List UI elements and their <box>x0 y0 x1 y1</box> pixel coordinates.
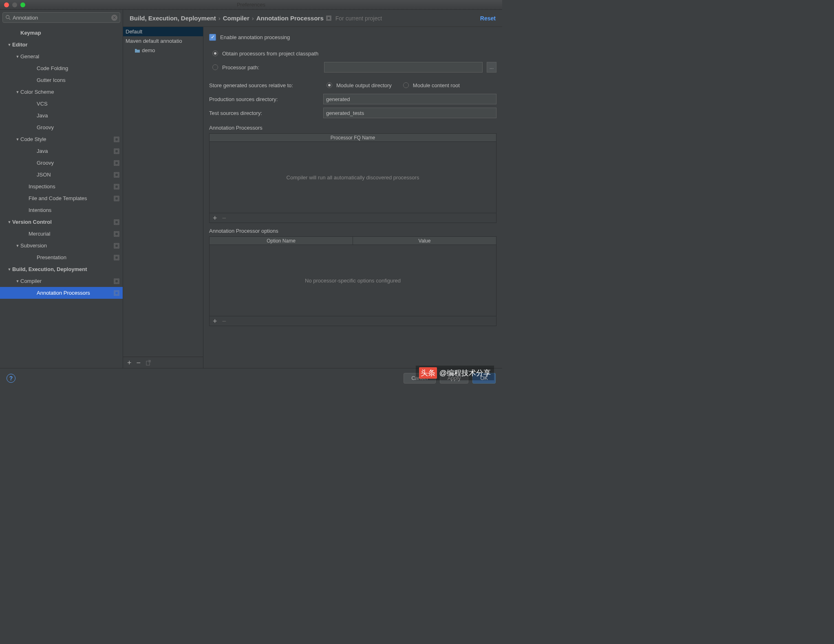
tree-item-label: Editor <box>12 42 119 48</box>
options-section-label: Annotation Processor options <box>209 223 496 236</box>
sidebar-item-subversion[interactable]: ▼Subversion <box>0 240 123 251</box>
sidebar-item-file-and-code-templates[interactable]: File and Code Templates <box>0 192 123 204</box>
module-output-label: Module output directory <box>336 82 392 88</box>
remove-profile-button[interactable]: − <box>137 359 141 366</box>
sidebar-item-presentation[interactable]: Presentation <box>0 251 123 263</box>
tree-item-label: Subversion <box>20 243 114 249</box>
clear-search-icon[interactable]: ✕ <box>111 15 117 21</box>
option-value-header: Value <box>353 237 496 245</box>
module-content-radio[interactable] <box>403 82 409 88</box>
module-output-radio[interactable] <box>327 82 332 88</box>
browse-path-button[interactable]: … <box>487 62 496 73</box>
add-option-button[interactable]: + <box>213 318 217 325</box>
project-scope-icon <box>114 172 119 178</box>
add-profile-button[interactable]: + <box>127 359 132 366</box>
svg-rect-7 <box>115 161 118 165</box>
expand-arrow-icon: ▼ <box>15 244 20 248</box>
search-icon <box>5 15 11 20</box>
add-processor-button[interactable]: + <box>213 214 217 222</box>
window-title: Preferences <box>237 2 265 8</box>
sidebar-item-mercurial[interactable]: Mercurial <box>0 228 123 240</box>
profile-item[interactable]: Maven default annotatio <box>123 36 203 46</box>
help-button[interactable]: ? <box>7 374 15 383</box>
breadcrumb-part[interactable]: Compiler <box>223 15 249 22</box>
test-sources-input[interactable] <box>323 108 496 118</box>
project-scope-icon <box>114 160 119 166</box>
search-input[interactable] <box>11 15 111 21</box>
move-to-icon[interactable] <box>146 359 152 366</box>
svg-point-0 <box>6 15 9 19</box>
remove-processor-button[interactable]: − <box>222 214 227 222</box>
settings-tree: Keymap▼Editor▼GeneralCode FoldingGutter … <box>0 25 123 368</box>
prod-sources-label: Production sources directory: <box>209 96 319 102</box>
svg-rect-17 <box>115 232 118 236</box>
remove-option-button[interactable]: − <box>222 318 227 325</box>
tree-item-label: Version Control <box>12 219 114 225</box>
svg-rect-27 <box>327 17 330 20</box>
expand-arrow-icon: ▼ <box>7 220 12 224</box>
svg-rect-19 <box>115 244 118 247</box>
sidebar-item-java[interactable]: Java <box>0 145 123 157</box>
svg-rect-3 <box>115 138 118 141</box>
svg-rect-15 <box>115 221 118 224</box>
sidebar-item-build-execution-deployment[interactable]: ▼Build, Execution, Deployment <box>0 263 123 275</box>
sidebar-item-editor[interactable]: ▼Editor <box>0 39 123 51</box>
sidebar-item-annotation-processors[interactable]: Annotation Processors <box>0 287 123 299</box>
sidebar-item-groovy[interactable]: Groovy <box>0 157 123 169</box>
tree-item-label: Compiler <box>20 278 114 284</box>
reset-link[interactable]: Reset <box>480 15 496 22</box>
sidebar-item-gutter-icons[interactable]: Gutter Icons <box>0 74 123 86</box>
processors-table: Processor FQ Name Compiler will run all … <box>209 133 496 223</box>
profile-toolbar: + − <box>123 357 203 368</box>
tree-item-label: Inspections <box>29 183 114 190</box>
tree-item-label: Java <box>37 148 114 154</box>
prod-sources-input[interactable] <box>323 94 496 104</box>
sidebar-item-code-style[interactable]: ▼Code Style <box>0 133 123 145</box>
maximize-window-icon[interactable] <box>20 2 25 7</box>
sidebar-item-version-control[interactable]: ▼Version Control <box>0 216 123 228</box>
sidebar-item-general[interactable]: ▼General <box>0 51 123 62</box>
expand-arrow-icon: ▼ <box>15 279 20 283</box>
close-window-icon[interactable] <box>4 2 9 7</box>
watermark-text: @编程技术分享 <box>439 368 491 378</box>
project-scope-icon <box>114 184 119 190</box>
search-box[interactable]: ✕ <box>2 12 120 23</box>
sidebar-item-code-folding[interactable]: Code Folding <box>0 62 123 74</box>
expand-arrow-icon: ▼ <box>15 55 20 59</box>
sidebar-item-keymap[interactable]: Keymap <box>0 27 123 39</box>
tree-item-label: Gutter Icons <box>37 77 119 83</box>
obtain-classpath-radio[interactable] <box>212 51 218 56</box>
sidebar-item-color-scheme[interactable]: ▼Color Scheme <box>0 86 123 98</box>
scope-label: For current project <box>335 15 382 22</box>
tree-item-label: VCS <box>37 101 119 107</box>
processor-name-header: Processor FQ Name <box>210 134 496 141</box>
project-scope-icon <box>114 219 119 225</box>
svg-line-1 <box>9 18 11 20</box>
processors-section-label: Annotation Processors <box>209 120 496 133</box>
tree-item-label: File and Code Templates <box>29 195 114 201</box>
settings-panel: ✓ Enable annotation processing Obtain pr… <box>203 27 502 368</box>
expand-arrow-icon: ▼ <box>15 137 20 141</box>
sidebar-item-intentions[interactable]: Intentions <box>0 204 123 216</box>
sidebar-item-java[interactable]: Java <box>0 110 123 121</box>
tree-item-label: Groovy <box>37 124 119 130</box>
profile-item[interactable]: Default <box>123 27 203 36</box>
profile-label: Maven default annotatio <box>126 38 182 44</box>
project-scope-icon <box>114 255 119 260</box>
processor-path-radio[interactable] <box>212 64 218 70</box>
sidebar-item-inspections[interactable]: Inspections <box>0 181 123 192</box>
tree-item-label: Build, Execution, Deployment <box>12 266 119 272</box>
svg-rect-5 <box>115 150 118 153</box>
minimize-window-icon[interactable] <box>12 2 17 7</box>
sidebar-item-json[interactable]: JSON <box>0 169 123 181</box>
processor-path-input[interactable] <box>324 62 483 73</box>
tree-item-label: Color Scheme <box>20 89 119 95</box>
sidebar-item-vcs[interactable]: VCS <box>0 98 123 110</box>
content-area: Build, Execution, Deployment › Compiler … <box>123 10 502 368</box>
breadcrumb-part[interactable]: Build, Execution, Deployment <box>130 15 216 22</box>
enable-annotation-checkbox[interactable]: ✓ <box>209 34 216 41</box>
sidebar-item-groovy[interactable]: Groovy <box>0 121 123 133</box>
store-sources-label: Store generated sources relative to: <box>209 82 319 88</box>
sidebar-item-compiler[interactable]: ▼Compiler <box>0 275 123 287</box>
profile-item[interactable]: demo <box>123 46 203 55</box>
